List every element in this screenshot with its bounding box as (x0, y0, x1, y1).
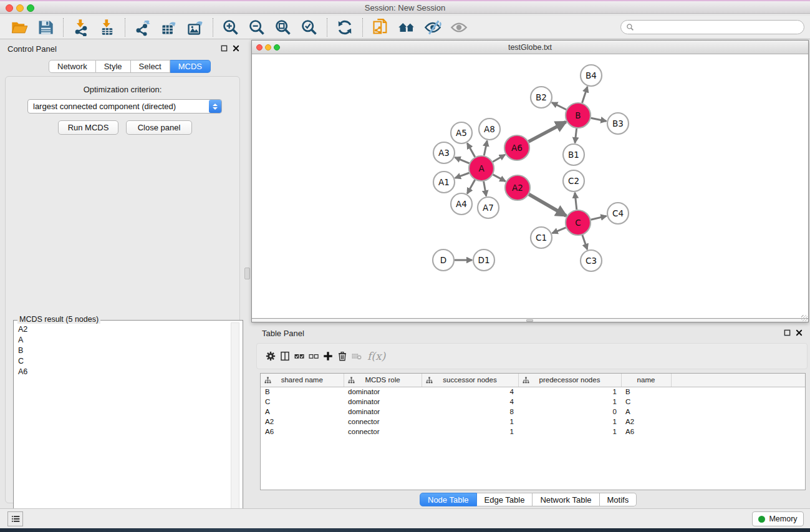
graph-node-C4[interactable]: C4 (607, 203, 629, 224)
import-network-icon[interactable] (71, 17, 91, 37)
graph-node-B[interactable]: B (566, 103, 591, 128)
graph-edge-A2-C[interactable] (529, 194, 566, 216)
graph-edge-A-A7[interactable] (484, 181, 486, 196)
graph-node-B4[interactable]: B4 (581, 65, 602, 86)
table-cell-successors[interactable]: 4 (422, 387, 518, 397)
network-window-titlebar[interactable]: testGlobe.txt (252, 41, 808, 54)
table-cell-predecessors[interactable]: 1 (518, 427, 621, 437)
float-panel-icon[interactable] (784, 329, 791, 336)
zoom-selected-icon[interactable] (299, 17, 319, 37)
graph-edge-A-A4[interactable] (467, 180, 475, 193)
search-input[interactable] (637, 23, 804, 32)
graph-node-A[interactable]: A (469, 156, 494, 181)
graph-node-C[interactable]: C (566, 210, 591, 235)
table-cell-role[interactable]: connector (344, 417, 422, 427)
table-cell-role[interactable]: connector (344, 427, 422, 437)
graph-edge-C-C4[interactable] (591, 216, 606, 220)
table-cell-name[interactable]: A6 (621, 427, 671, 437)
table-cell-role[interactable]: dominator (344, 387, 422, 397)
delete-column-trash-icon[interactable] (335, 349, 349, 363)
memory-button[interactable]: Memory (752, 511, 804, 526)
select-all-columns-icon[interactable] (292, 349, 306, 363)
graph-node-D[interactable]: D (433, 249, 454, 271)
graph-node-C3[interactable]: C3 (581, 250, 602, 271)
table-cell-successors[interactable]: 1 (422, 427, 518, 437)
open-session-icon[interactable] (9, 17, 29, 37)
graph-edge-C-C3[interactable] (582, 235, 587, 249)
export-image-icon[interactable] (185, 17, 205, 37)
table-cell-shared_name[interactable]: C (261, 397, 344, 407)
table-cell-predecessors[interactable]: 1 (518, 387, 621, 397)
graph-node-C2[interactable]: C2 (563, 170, 584, 191)
deselect-all-columns-icon[interactable] (307, 349, 321, 363)
graph-node-A1[interactable]: A1 (433, 172, 455, 193)
column-header-predecessors[interactable]: predecessor nodes (518, 374, 621, 387)
graph-edge-C-C1[interactable] (552, 228, 566, 233)
zoom-fit-icon[interactable] (273, 17, 293, 37)
graph-node-B2[interactable]: B2 (531, 87, 552, 108)
graph-node-A8[interactable]: A8 (479, 118, 500, 140)
graph-edge-C-C2[interactable] (575, 193, 577, 210)
column-header-name[interactable]: name (621, 374, 671, 387)
table-cell-role[interactable]: dominator (344, 407, 422, 417)
table-cell-role[interactable]: dominator (344, 397, 422, 407)
graph-edge-A-A6[interactable] (493, 155, 505, 162)
graph-edge-B-B3[interactable] (591, 118, 607, 121)
graph-edge-A-A3[interactable] (455, 157, 470, 163)
table-cell-name[interactable]: C (621, 397, 671, 407)
graph-node-A7[interactable]: A7 (478, 197, 499, 218)
table-cell-shared_name[interactable]: A (261, 407, 344, 417)
hide-graphics-details-icon[interactable] (423, 17, 443, 37)
network-hscrollbar[interactable] (252, 318, 808, 322)
network-canvas[interactable]: AA6A2BCA5A8A3A1A4A7B2B4B3B1C2C4C1C3DD1 (252, 54, 808, 318)
table-cell-predecessors[interactable]: 1 (518, 397, 621, 407)
table-cell-shared_name[interactable]: B (261, 387, 344, 397)
column-header-shared_name[interactable]: shared name (261, 374, 344, 387)
run-mcds-button[interactable]: Run MCDS (58, 120, 118, 135)
graph-node-C1[interactable]: C1 (531, 227, 552, 248)
table-cell-predecessors[interactable]: 0 (518, 407, 621, 417)
resize-grip-icon[interactable] (801, 315, 808, 321)
graph-edge-A6-B[interactable] (529, 122, 566, 142)
tab-edge-table[interactable]: Edge Table (477, 493, 533, 506)
table-row[interactable]: A6connector11A6 (261, 427, 805, 437)
tab-network-table[interactable]: Network Table (533, 493, 599, 506)
table-row[interactable]: Adominator80A (261, 407, 805, 417)
save-session-icon[interactable] (36, 17, 55, 37)
tab-network[interactable]: Network (49, 60, 96, 73)
table-cell-successors[interactable]: 4 (422, 397, 518, 407)
table-row[interactable]: A2connector11A2 (261, 417, 805, 427)
zoom-out-icon[interactable] (247, 17, 267, 37)
graph-node-D1[interactable]: D1 (473, 249, 494, 271)
table-cell-predecessors[interactable]: 1 (518, 417, 621, 427)
graph-edge-A-A5[interactable] (467, 143, 475, 157)
close-panel-button[interactable]: Close panel (126, 120, 192, 135)
graph-edge-B-B2[interactable] (552, 102, 566, 109)
graph-edge-A-A1[interactable] (455, 173, 469, 178)
vertical-splitter-thumb[interactable] (244, 268, 250, 279)
mcds-result-item[interactable]: A2 (14, 324, 230, 335)
vertical-splitter[interactable] (244, 40, 251, 508)
tab-style[interactable]: Style (96, 60, 131, 73)
show-columns-icon[interactable] (278, 349, 292, 363)
mcds-result-scrollbar[interactable] (231, 322, 239, 530)
graph-node-A6[interactable]: A6 (504, 135, 529, 160)
close-panel-icon[interactable] (796, 329, 803, 336)
table-settings-gear-icon[interactable] (264, 349, 277, 363)
close-panel-icon[interactable] (233, 45, 239, 52)
mcds-result-item[interactable]: A (14, 335, 230, 346)
criterion-dropdown[interactable]: largest connected component (directed) (27, 99, 222, 114)
column-header-role[interactable]: MCDS role (344, 374, 422, 387)
table-cell-shared_name[interactable]: A2 (261, 417, 344, 427)
table-cell-successors[interactable]: 1 (422, 417, 518, 427)
table-cell-shared_name[interactable]: A6 (261, 427, 344, 437)
float-panel-icon[interactable] (221, 45, 228, 52)
graph-node-B3[interactable]: B3 (607, 113, 629, 134)
tab-node-table[interactable]: Node Table (420, 493, 477, 506)
show-log-list-button[interactable] (7, 511, 23, 526)
export-network-icon[interactable] (133, 17, 153, 37)
table-cell-name[interactable]: B (621, 387, 671, 397)
graph-node-A5[interactable]: A5 (451, 122, 472, 143)
tab-mcds[interactable]: MCDS (170, 60, 211, 73)
network-hscrollbar-thumb[interactable] (526, 319, 533, 322)
